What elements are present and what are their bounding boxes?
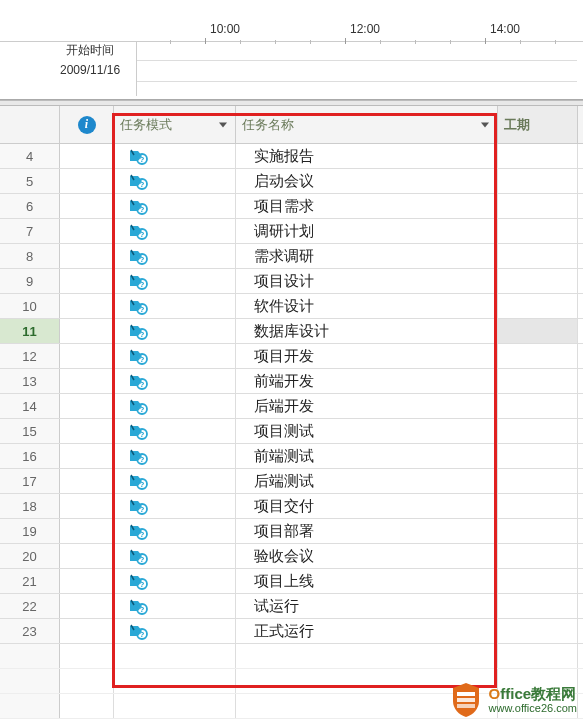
row-number[interactable]: 4 — [0, 144, 60, 168]
cell-task-name[interactable]: 项目上线 — [236, 569, 498, 593]
cell-info[interactable] — [60, 444, 114, 468]
row-number[interactable]: 22 — [0, 594, 60, 618]
cell-info[interactable] — [60, 619, 114, 643]
cell-task-name[interactable]: 需求调研 — [236, 244, 498, 268]
cell-duration[interactable] — [498, 394, 578, 418]
cell-duration[interactable] — [498, 294, 578, 318]
cell-info[interactable] — [60, 144, 114, 168]
table-row[interactable]: 22 ? 试运行 — [0, 594, 583, 619]
cell-duration[interactable] — [498, 619, 578, 643]
cell-task-mode[interactable]: ? — [114, 469, 236, 493]
cell-duration[interactable] — [498, 269, 578, 293]
cell-info[interactable] — [60, 569, 114, 593]
cell-info[interactable] — [60, 394, 114, 418]
cell-task-name[interactable]: 前端测试 — [236, 444, 498, 468]
cell-duration[interactable] — [498, 144, 578, 168]
row-number[interactable]: 12 — [0, 344, 60, 368]
cell-task-name[interactable]: 项目设计 — [236, 269, 498, 293]
table-row[interactable]: 5 ? 启动会议 — [0, 169, 583, 194]
row-number[interactable]: 5 — [0, 169, 60, 193]
cell-duration[interactable] — [498, 519, 578, 543]
cell-duration[interactable] — [498, 469, 578, 493]
cell-task-name[interactable]: 项目交付 — [236, 494, 498, 518]
cell-duration[interactable] — [498, 319, 578, 343]
cell-task-name[interactable]: 调研计划 — [236, 219, 498, 243]
cell-info[interactable] — [60, 244, 114, 268]
cell-info[interactable] — [60, 544, 114, 568]
cell-task-name[interactable]: 项目部署 — [236, 519, 498, 543]
header-task-name[interactable]: 任务名称 — [236, 106, 498, 143]
row-number[interactable]: 16 — [0, 444, 60, 468]
cell-info[interactable] — [60, 519, 114, 543]
cell-task-mode[interactable]: ? — [114, 494, 236, 518]
cell-task-name[interactable]: 软件设计 — [236, 294, 498, 318]
table-row[interactable]: 7 ? 调研计划 — [0, 219, 583, 244]
cell-task-mode[interactable]: ? — [114, 519, 236, 543]
cell-task-name[interactable]: 试运行 — [236, 594, 498, 618]
cell-task-mode[interactable]: ? — [114, 369, 236, 393]
cell-duration[interactable] — [498, 419, 578, 443]
cell-task-name[interactable]: 数据库设计 — [236, 319, 498, 343]
cell-task-mode[interactable]: ? — [114, 544, 236, 568]
cell-duration[interactable] — [498, 169, 578, 193]
cell-info[interactable] — [60, 319, 114, 343]
table-row[interactable]: 18 ? 项目交付 — [0, 494, 583, 519]
cell-duration[interactable] — [498, 494, 578, 518]
cell-task-mode[interactable]: ? — [114, 194, 236, 218]
cell-task-mode[interactable]: ? — [114, 344, 236, 368]
cell-task-name[interactable]: 后端开发 — [236, 394, 498, 418]
table-row[interactable]: 10 ? 软件设计 — [0, 294, 583, 319]
row-number[interactable]: 7 — [0, 219, 60, 243]
row-number[interactable]: 21 — [0, 569, 60, 593]
cell-task-mode[interactable]: ? — [114, 219, 236, 243]
cell-task-mode[interactable]: ? — [114, 594, 236, 618]
cell-duration[interactable] — [498, 194, 578, 218]
cell-info[interactable] — [60, 169, 114, 193]
cell-task-name[interactable]: 项目测试 — [236, 419, 498, 443]
row-number[interactable]: 8 — [0, 244, 60, 268]
cell-task-mode[interactable]: ? — [114, 294, 236, 318]
cell-task-mode[interactable]: ? — [114, 169, 236, 193]
cell-info[interactable] — [60, 594, 114, 618]
row-number[interactable]: 18 — [0, 494, 60, 518]
cell-info[interactable] — [60, 419, 114, 443]
cell-task-name[interactable]: 实施报告 — [236, 144, 498, 168]
cell-task-name[interactable]: 后端测试 — [236, 469, 498, 493]
table-row[interactable]: 21 ? 项目上线 — [0, 569, 583, 594]
header-duration[interactable]: 工期 — [498, 106, 578, 143]
cell-duration[interactable] — [498, 444, 578, 468]
cell-task-name[interactable]: 正式运行 — [236, 619, 498, 643]
table-row[interactable]: 19 ? 项目部署 — [0, 519, 583, 544]
cell-task-mode[interactable]: ? — [114, 394, 236, 418]
cell-task-name[interactable]: 验收会议 — [236, 544, 498, 568]
table-row[interactable]: 9 ? 项目设计 — [0, 269, 583, 294]
cell-task-mode[interactable]: ? — [114, 444, 236, 468]
table-row[interactable]: 11 ? 数据库设计 — [0, 319, 583, 344]
cell-duration[interactable] — [498, 569, 578, 593]
dropdown-icon[interactable] — [481, 122, 489, 127]
row-number[interactable]: 19 — [0, 519, 60, 543]
header-info[interactable]: i — [60, 106, 114, 143]
row-number[interactable]: 23 — [0, 619, 60, 643]
table-row[interactable]: 13 ? 前端开发 — [0, 369, 583, 394]
dropdown-icon[interactable] — [219, 122, 227, 127]
empty-row[interactable] — [0, 644, 583, 669]
cell-task-name[interactable]: 项目开发 — [236, 344, 498, 368]
row-number[interactable]: 9 — [0, 269, 60, 293]
table-row[interactable]: 16 ? 前端测试 — [0, 444, 583, 469]
row-number[interactable]: 13 — [0, 369, 60, 393]
cell-task-name[interactable]: 前端开发 — [236, 369, 498, 393]
header-task-mode[interactable]: 任务模式 — [114, 106, 236, 143]
cell-task-mode[interactable]: ? — [114, 569, 236, 593]
cell-duration[interactable] — [498, 544, 578, 568]
cell-info[interactable] — [60, 194, 114, 218]
cell-task-mode[interactable]: ? — [114, 319, 236, 343]
row-number[interactable]: 17 — [0, 469, 60, 493]
row-number[interactable]: 10 — [0, 294, 60, 318]
cell-info[interactable] — [60, 469, 114, 493]
row-number[interactable]: 14 — [0, 394, 60, 418]
cell-task-mode[interactable]: ? — [114, 144, 236, 168]
table-row[interactable]: 4 ? 实施报告 — [0, 144, 583, 169]
table-row[interactable]: 12 ? 项目开发 — [0, 344, 583, 369]
table-row[interactable]: 8 ? 需求调研 — [0, 244, 583, 269]
